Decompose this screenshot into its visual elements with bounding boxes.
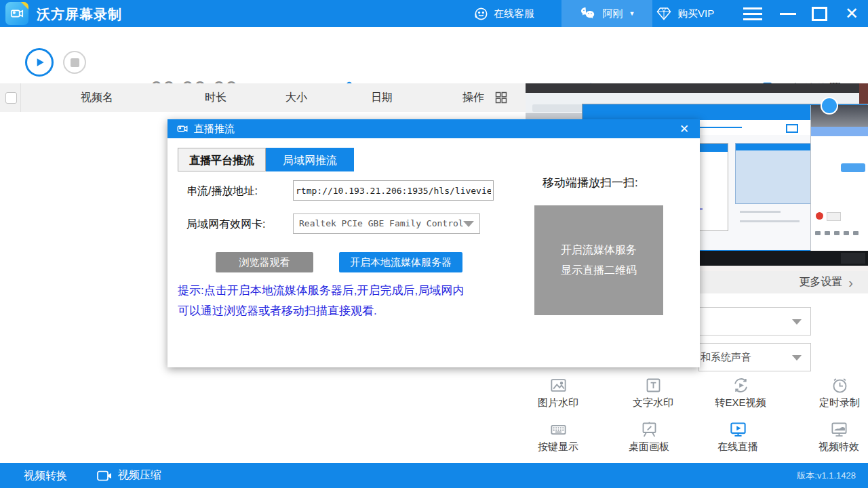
stop-icon (71, 58, 79, 67)
close-button[interactable]: ✕ (838, 0, 865, 27)
main-menu-button[interactable] (741, 0, 765, 27)
hint-text-line2: 可以通过浏览器或者移动扫描直接观看. (178, 301, 503, 321)
wechat-icon (579, 6, 597, 21)
chevron-right-icon: › (848, 276, 853, 289)
nic-value: Realtek PCIe GBE Family Control (299, 218, 464, 228)
more-settings-label: 更多设置 (799, 275, 842, 289)
online-live-icon (729, 420, 747, 439)
dialog-close-button[interactable]: ✕ (675, 121, 693, 136)
stream-address-input[interactable] (293, 180, 494, 201)
feature-timed-record[interactable]: 定时录制 (799, 376, 868, 413)
user-dropdown-caret-icon: ▼ (629, 10, 635, 17)
video-convert-button[interactable]: 视频转换 (24, 463, 67, 488)
browser-watch-button[interactable]: 浏览器观看 (216, 252, 313, 272)
column-video-name: 视频名 (81, 83, 113, 112)
record-play-button[interactable] (25, 48, 54, 77)
tab-lan-stream[interactable]: 局域网推流 (266, 148, 354, 171)
feature-video-effects[interactable]: 视频特效 (798, 420, 868, 457)
grid-view-icon[interactable] (494, 91, 508, 104)
feature-image-watermark[interactable]: 图片水印 (517, 376, 599, 413)
dropdown-arrow-icon (463, 221, 474, 227)
nic-label: 局域网有效网卡: (186, 218, 265, 232)
username: 阿刚 (603, 7, 623, 20)
qr-section-title: 移动端播放扫一扫: (542, 175, 638, 190)
select-all-checkbox[interactable] (5, 92, 17, 104)
qr-placeholder-line2: 显示直播二维码 (561, 262, 637, 279)
feature-text-watermark[interactable]: 文字水印 (612, 376, 694, 413)
qr-code-placeholder: 开启流媒体服务 显示直播二维码 (534, 205, 663, 315)
key-display-icon (549, 420, 568, 439)
dialog-titlebar: 直播推流 ✕ (167, 119, 700, 138)
minimize-button[interactable] (776, 0, 800, 27)
column-duration: 时长 (205, 83, 226, 112)
timed-record-icon (831, 376, 849, 394)
record-stop-button[interactable] (63, 51, 86, 74)
dropdown-arrow-icon (792, 355, 802, 361)
text-watermark-icon (644, 376, 663, 394)
tab-platform-stream[interactable]: 直播平台推流 (178, 148, 266, 171)
stream-address-label: 串流/播放地址: (186, 184, 258, 199)
video-effects-icon (830, 420, 848, 439)
maximize-button[interactable] (807, 0, 831, 27)
image-watermark-icon (549, 376, 568, 394)
vip-diamond-icon (655, 5, 673, 22)
record-toolbar: 时长: 00:00:00 麦克风: 系统声音: 文件位置 (0, 27, 868, 84)
dialog-camera-icon (176, 123, 189, 135)
app-window: 沃方屏幕录制 在线客服 阿刚 ▼ 购买VIP (0, 0, 868, 488)
buy-vip-label: 购买VIP (677, 7, 714, 20)
audio-source-value: 和系统声音 (701, 351, 751, 363)
video-compress-label: 视频压缩 (118, 468, 161, 483)
feature-desktop-board[interactable]: 桌面画板 (608, 420, 690, 457)
column-size: 大小 (285, 83, 307, 112)
column-action: 操作 (462, 83, 484, 112)
video-compress-icon (96, 469, 113, 483)
online-service-label: 在线客服 (494, 7, 534, 20)
logo-corner-badge (21, 2, 28, 9)
desktop-board-icon (640, 420, 658, 439)
nic-dropdown[interactable]: Realtek PCIe GBE Family Control (293, 214, 480, 234)
user-account-menu[interactable]: 阿刚 ▼ (561, 0, 652, 27)
live-stream-dialog: 直播推流 ✕ 直播平台推流 局域网推流 串流/播放地址: 局域网有效网卡: Re… (167, 119, 700, 367)
feature-online-live[interactable]: 在线直播 (697, 420, 778, 457)
bottom-bar: 视频转换 视频压缩 版本:v1.1.1428 (0, 463, 868, 488)
hint-text-line1: 提示:点击开启本地流媒体服务器后,开启完成后,局域网内 (178, 281, 503, 301)
exe-video-icon (732, 376, 750, 394)
app-logo (5, 2, 28, 25)
video-list-header: 视频名 时长 大小 日期 操作 (0, 83, 526, 113)
play-icon (33, 56, 46, 69)
service-smiley-icon (473, 6, 489, 22)
dialog-tabs: 直播平台推流 局域网推流 (178, 148, 354, 171)
version-text: 版本:v1.1.1428 (797, 463, 856, 488)
feature-key-display[interactable]: 按键显示 (517, 420, 599, 457)
titlebar: 沃方屏幕录制 在线客服 阿刚 ▼ 购买VIP (0, 0, 868, 27)
feature-exe-video[interactable]: 转EXE视频 (700, 376, 781, 413)
dropdown-arrow-icon (792, 319, 802, 325)
dialog-title: 直播推流 (194, 123, 235, 136)
start-media-server-button[interactable]: 开启本地流媒体服务器 (339, 252, 462, 272)
qr-placeholder-line1: 开启流媒体服务 (561, 241, 637, 259)
video-compress-button[interactable]: 视频压缩 (96, 463, 161, 488)
record-mode-dropdown[interactable] (698, 307, 811, 336)
buy-vip-button[interactable]: 购买VIP (655, 0, 714, 27)
preview-chat-window (810, 105, 868, 257)
online-service-button[interactable]: 在线客服 (473, 0, 534, 27)
audio-source-dropdown[interactable]: 和系统声音 (698, 343, 811, 371)
app-title: 沃方屏幕录制 (37, 5, 122, 24)
column-date: 日期 (371, 83, 393, 112)
